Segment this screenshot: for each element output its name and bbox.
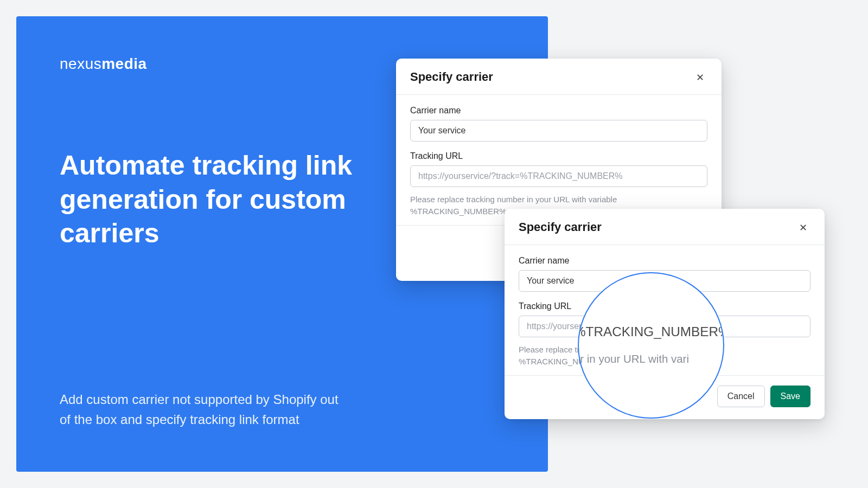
magnifier-content: %TRACKING_NUMBER% er in your URL with va… xyxy=(578,317,724,371)
tracking-url-input[interactable] xyxy=(410,165,707,187)
close-icon xyxy=(799,221,807,234)
tracking-url-label: Tracking URL xyxy=(410,151,707,161)
brand-light: nexus xyxy=(60,55,101,72)
modal-body: Carrier name Tracking URL Please replace… xyxy=(396,95,722,225)
brand-bold: media xyxy=(101,55,146,72)
modal-header: Specify carrier xyxy=(396,59,722,95)
magnifier-lens: %TRACKING_NUMBER% er in your URL with va… xyxy=(578,272,724,419)
magnified-variable: %TRACKING_NUMBER% xyxy=(578,317,724,346)
carrier-name-label: Carrier name xyxy=(410,106,707,115)
close-button[interactable] xyxy=(692,69,707,85)
magnified-hint-fragment: er in your URL with vari xyxy=(578,346,724,371)
close-icon xyxy=(696,71,704,84)
save-button[interactable]: Save xyxy=(770,386,810,407)
carrier-name-label: Carrier name xyxy=(519,256,810,266)
modal-title: Specify carrier xyxy=(519,220,602,234)
cancel-button[interactable]: Cancel xyxy=(717,386,765,407)
carrier-name-input[interactable] xyxy=(410,120,707,142)
close-button[interactable] xyxy=(795,220,810,235)
headline: Automate tracking link generation for cu… xyxy=(60,149,396,251)
subtext: Add custom carrier not supported by Shop… xyxy=(60,389,342,429)
modal-title: Specify carrier xyxy=(410,70,493,84)
modal-header: Specify carrier xyxy=(505,209,825,245)
